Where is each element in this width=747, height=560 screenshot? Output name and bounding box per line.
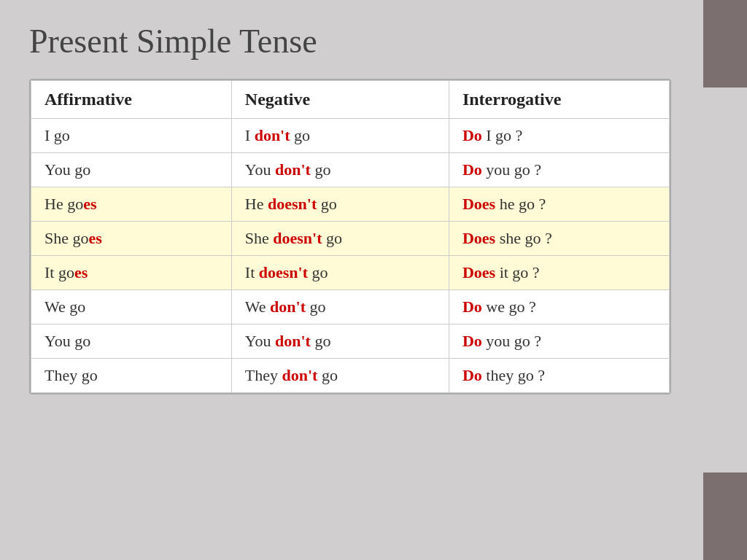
cell-negative-1: You don't go bbox=[231, 153, 449, 187]
corner-decoration-bottom-right bbox=[703, 472, 747, 560]
cell-interrogative-2: Does he go ? bbox=[449, 187, 669, 222]
cell-affirmative-2: He goes bbox=[31, 187, 232, 222]
grammar-table: Affirmative Negative Interrogative I goI… bbox=[31, 80, 670, 393]
col-header-interrogative: Interrogative bbox=[449, 81, 669, 119]
main-content: Present Simple Tense Affirmative Negativ… bbox=[0, 0, 700, 560]
table-row: I goI don't goDo I go ? bbox=[31, 119, 670, 153]
red-text: Does bbox=[462, 229, 495, 247]
cell-negative-0: I don't go bbox=[231, 119, 449, 153]
cell-negative-3: She doesn't go bbox=[231, 222, 449, 256]
cell-affirmative-6: You go bbox=[31, 324, 232, 359]
cell-affirmative-7: They go bbox=[31, 359, 232, 393]
red-text: Do bbox=[462, 332, 482, 350]
red-text: don't bbox=[275, 332, 311, 350]
table-row: You goYou don't goDo you go ? bbox=[31, 324, 670, 359]
cell-negative-4: It doesn't go bbox=[231, 256, 449, 290]
cell-interrogative-7: Do they go ? bbox=[449, 359, 669, 393]
cell-interrogative-0: Do I go ? bbox=[449, 119, 669, 153]
red-text: Do bbox=[462, 366, 482, 384]
red-text: es bbox=[83, 195, 96, 213]
cell-interrogative-6: Do you go ? bbox=[449, 324, 669, 359]
red-text: Does bbox=[462, 263, 495, 281]
cell-affirmative-0: I go bbox=[31, 119, 232, 153]
table-row: It goesIt doesn't goDoes it go ? bbox=[31, 256, 670, 290]
red-text: es bbox=[74, 263, 88, 281]
red-text: doesn't bbox=[259, 263, 308, 281]
cell-negative-2: He doesn't go bbox=[231, 187, 449, 222]
red-text: Do bbox=[462, 126, 482, 144]
cell-interrogative-3: Does she go ? bbox=[449, 222, 669, 256]
table-container: Affirmative Negative Interrogative I goI… bbox=[29, 79, 671, 394]
table-row: We goWe don't goDo we go ? bbox=[31, 290, 670, 324]
cell-affirmative-4: It goes bbox=[31, 256, 232, 290]
red-text: Do bbox=[462, 298, 482, 316]
table-row: You goYou don't goDo you go ? bbox=[31, 153, 670, 187]
red-text: doesn't bbox=[273, 229, 322, 247]
red-text: don't bbox=[275, 160, 311, 179]
red-text: don't bbox=[255, 126, 290, 144]
cell-affirmative-3: She goes bbox=[31, 222, 232, 256]
table-row: She goesShe doesn't goDoes she go ? bbox=[31, 222, 670, 256]
cell-interrogative-4: Does it go ? bbox=[449, 256, 669, 290]
corner-decoration-top-right bbox=[703, 0, 747, 88]
red-text: don't bbox=[270, 298, 306, 316]
cell-affirmative-1: You go bbox=[31, 153, 232, 187]
red-text: doesn't bbox=[268, 195, 317, 213]
cell-negative-5: We don't go bbox=[231, 290, 449, 324]
cell-interrogative-5: Do we go ? bbox=[449, 290, 669, 324]
table-header-row: Affirmative Negative Interrogative bbox=[31, 81, 670, 119]
col-header-affirmative: Affirmative bbox=[31, 81, 232, 119]
red-text: Does bbox=[462, 195, 495, 213]
red-text: es bbox=[89, 229, 102, 247]
red-text: Do bbox=[462, 160, 482, 179]
table-row: They goThey don't goDo they go ? bbox=[31, 359, 670, 393]
col-header-negative: Negative bbox=[231, 81, 449, 119]
cell-interrogative-1: Do you go ? bbox=[449, 153, 669, 187]
red-text: don't bbox=[282, 366, 318, 384]
cell-negative-6: You don't go bbox=[231, 324, 449, 359]
cell-affirmative-5: We go bbox=[31, 290, 232, 324]
cell-negative-7: They don't go bbox=[231, 359, 449, 393]
page-title: Present Simple Tense bbox=[29, 22, 671, 61]
table-row: He goesHe doesn't goDoes he go ? bbox=[31, 187, 670, 222]
